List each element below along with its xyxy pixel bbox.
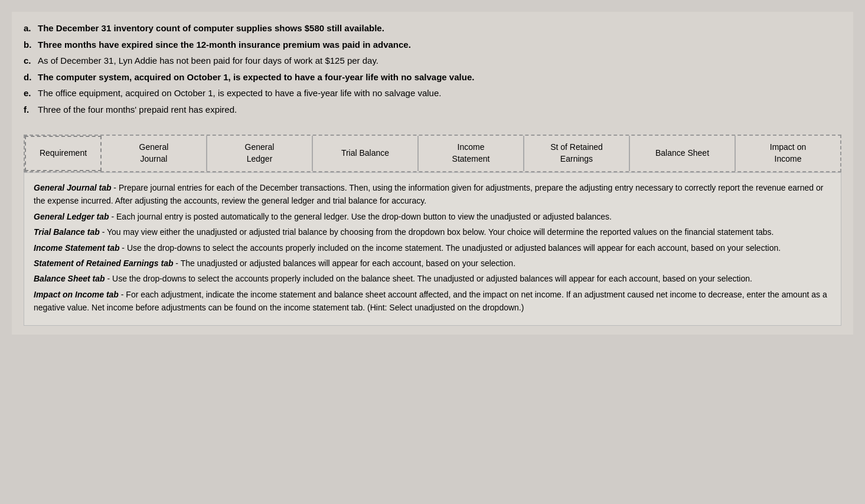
tab-trial-balance[interactable]: Trial Balance bbox=[313, 136, 419, 171]
intro-text: The December 31 inventory count of compu… bbox=[38, 21, 384, 36]
intro-text: Three of the four months' prepaid rent h… bbox=[38, 102, 237, 117]
tab-impact-income[interactable]: Impact onIncome bbox=[736, 136, 840, 171]
intro-text: The office equipment, acquired on Octobe… bbox=[38, 86, 441, 101]
description-paragraph: Balance Sheet tab - Use the drop-downs t… bbox=[34, 272, 831, 285]
intro-letter: d. bbox=[24, 70, 34, 85]
intro-item: d.The computer system, acquired on Octob… bbox=[24, 70, 841, 85]
description-label: Statement of Retained Earnings tab bbox=[34, 258, 173, 268]
tab-requirement[interactable]: Requirement bbox=[25, 136, 102, 171]
intro-letter: f. bbox=[24, 102, 34, 117]
intro-letter: b. bbox=[24, 37, 34, 53]
tab-income-statement-label: IncomeStatement bbox=[452, 142, 490, 165]
tab-general-ledger[interactable]: GeneralLedger bbox=[207, 136, 313, 171]
description-paragraph: General Ledger tab - Each journal entry … bbox=[34, 210, 831, 223]
intro-item: f.Three of the four months' prepaid rent… bbox=[24, 102, 841, 117]
description-paragraph: Impact on Income tab - For each adjustme… bbox=[34, 288, 831, 315]
tab-retained-earnings-label: St of RetainedEarnings bbox=[550, 142, 603, 165]
tab-income-statement[interactable]: IncomeStatement bbox=[419, 136, 524, 171]
description-paragraph: General Journal tab - Prepare journal en… bbox=[34, 181, 831, 208]
description-label: General Ledger tab bbox=[34, 212, 109, 221]
intro-item: b.Three months have expired since the 12… bbox=[24, 37, 841, 53]
intro-letter: c. bbox=[24, 53, 34, 68]
main-container: a.The December 31 inventory count of com… bbox=[12, 12, 853, 335]
tab-general-ledger-label: GeneralLedger bbox=[245, 142, 275, 165]
tab-impact-income-label: Impact onIncome bbox=[770, 142, 806, 165]
description-label: Balance Sheet tab bbox=[34, 274, 105, 283]
tabs-section: Requirement GeneralJournal GeneralLedger… bbox=[24, 135, 841, 172]
intro-list: a.The December 31 inventory count of com… bbox=[24, 21, 841, 117]
description-paragraph: Trial Balance tab - You may view either … bbox=[34, 225, 831, 238]
description-box: General Journal tab - Prepare journal en… bbox=[24, 172, 841, 326]
tab-general-journal-label: GeneralJournal bbox=[139, 142, 169, 165]
description-paragraph: Statement of Retained Earnings tab - The… bbox=[34, 257, 831, 270]
description-paragraph: Income Statement tab - Use the drop-down… bbox=[34, 241, 831, 254]
tab-retained-earnings[interactable]: St of RetainedEarnings bbox=[524, 136, 630, 171]
intro-letter: e. bbox=[24, 86, 34, 101]
intro-text: The computer system, acquired on October… bbox=[38, 70, 474, 85]
description-label: Impact on Income tab bbox=[34, 290, 119, 299]
tabs-row: Requirement GeneralJournal GeneralLedger… bbox=[24, 135, 841, 172]
description-label: Trial Balance tab bbox=[34, 227, 100, 237]
intro-item: a.The December 31 inventory count of com… bbox=[24, 21, 841, 36]
tab-requirement-label: Requirement bbox=[40, 148, 87, 159]
intro-text: Three months have expired since the 12-m… bbox=[38, 37, 411, 53]
tab-trial-balance-label: Trial Balance bbox=[341, 148, 389, 159]
description-label: General Journal tab bbox=[34, 183, 111, 192]
tab-general-journal[interactable]: GeneralJournal bbox=[102, 136, 207, 171]
tab-balance-sheet-label: Balance Sheet bbox=[655, 148, 709, 159]
intro-text: As of December 31, Lyn Addie has not bee… bbox=[38, 53, 378, 68]
intro-letter: a. bbox=[24, 21, 34, 36]
intro-item: c.As of December 31, Lyn Addie has not b… bbox=[24, 53, 841, 68]
tab-balance-sheet[interactable]: Balance Sheet bbox=[630, 136, 736, 171]
intro-item: e.The office equipment, acquired on Octo… bbox=[24, 86, 841, 101]
description-label: Income Statement tab bbox=[34, 243, 119, 253]
